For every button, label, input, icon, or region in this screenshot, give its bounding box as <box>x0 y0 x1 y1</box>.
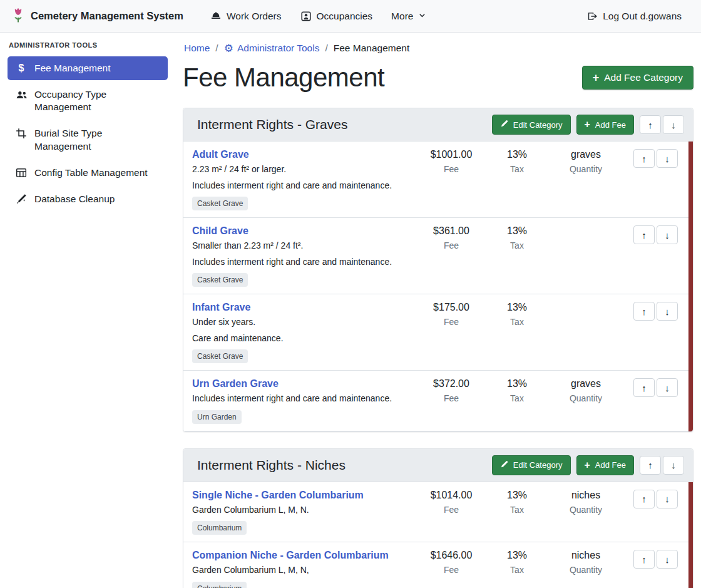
fee-name-link[interactable]: Child Grave <box>192 225 248 237</box>
plus-icon: + <box>585 460 590 470</box>
sidebar-item-config-table-management[interactable]: Config Table Management <box>8 161 168 185</box>
sidebar-item-occupancy-type-management[interactable]: Occupancy Type Management <box>8 83 168 119</box>
move-category-up-button[interactable]: ↑ <box>640 456 661 475</box>
fee-description: Garden Columbarium L, M, N, <box>192 565 412 576</box>
move-category-down-button[interactable]: ↓ <box>663 115 684 134</box>
dollar-icon: $ <box>15 63 28 74</box>
move-fee-down-button[interactable]: ↓ <box>657 149 678 168</box>
fee-tax-label: Tax <box>486 317 548 327</box>
fee-type-badge: Urn Garden <box>192 410 242 424</box>
fee-quantity-col: graves Quantity <box>548 149 623 174</box>
arrow-down-icon: ↓ <box>665 153 670 164</box>
fee-description: Care and maintenance. <box>192 333 412 344</box>
card-scrollbar[interactable] <box>688 142 693 431</box>
sidebar-item-fee-management[interactable]: $ Fee Management <box>8 56 168 80</box>
arrow-down-icon: ↓ <box>665 554 670 565</box>
move-fee-up-button[interactable]: ↑ <box>633 302 655 321</box>
fee-amount: $1001.00 <box>417 149 486 160</box>
fee-tax-col: 13% Tax <box>486 378 548 403</box>
magic-wand-icon <box>15 193 28 205</box>
nav-occupancies-label: Occupancies <box>317 11 373 22</box>
fee-tax: 13% <box>486 225 548 237</box>
arrow-up-icon: ↑ <box>642 306 647 317</box>
nav-work-orders-label: Work Orders <box>227 11 282 22</box>
table-icon <box>15 167 28 178</box>
move-category-up-button[interactable]: ↑ <box>640 115 661 134</box>
move-fee-down-button[interactable]: ↓ <box>657 378 678 397</box>
fee-tax-col: 13% Tax <box>486 225 548 250</box>
breadcrumb-home[interactable]: Home <box>184 43 210 54</box>
nav-logout[interactable]: Log Out d.gowans <box>578 6 690 27</box>
move-fee-up-button[interactable]: ↑ <box>633 550 655 569</box>
fee-amount: $372.00 <box>417 378 486 389</box>
arrow-up-icon: ↑ <box>642 554 647 565</box>
add-fee-category-button[interactable]: + Add Fee Category <box>582 66 693 90</box>
move-fee-down-button[interactable]: ↓ <box>657 302 678 321</box>
fee-name-link[interactable]: Companion Niche - Garden Columbarium <box>192 550 389 561</box>
logout-icon <box>586 11 598 22</box>
move-fee-up-button[interactable]: ↑ <box>633 490 655 508</box>
add-fee-button[interactable]: + Add Fee <box>576 455 635 475</box>
fee-amount: $175.00 <box>417 302 486 313</box>
pencil-icon <box>500 460 508 470</box>
sidebar-item-burial-site-type-management[interactable]: Burial Site Type Management <box>8 121 168 158</box>
fee-quantity-label: Quantity <box>548 164 623 174</box>
move-fee-down-button[interactable]: ↓ <box>657 225 678 244</box>
move-fee-up-button[interactable]: ↑ <box>633 378 655 397</box>
edit-category-button[interactable]: Edit Category <box>492 115 571 135</box>
fee-name-link[interactable]: Urn Garden Grave <box>192 378 279 389</box>
fee-name-link[interactable]: Adult Grave <box>192 149 249 160</box>
add-fee-button[interactable]: + Add Fee <box>576 115 635 135</box>
fee-quantity: niches <box>548 550 623 561</box>
fee-type-badge: Casket Grave <box>192 273 248 287</box>
fee-row: Child Grave Smaller than 2.23 m² / 24 ft… <box>183 218 693 294</box>
crop-frame-icon <box>15 128 28 139</box>
sidebar-item-label: Occupancy Type Management <box>34 88 157 113</box>
gear-icon: ⚙ <box>224 43 233 54</box>
fee-amount: $361.00 <box>417 225 486 237</box>
arrow-up-icon: ↑ <box>642 230 647 240</box>
card-scrollbar[interactable] <box>688 482 693 588</box>
fee-name-link[interactable]: Infant Grave <box>192 302 250 313</box>
add-fee-category-label: Add Fee Category <box>604 72 683 83</box>
move-fee-up-button[interactable]: ↑ <box>633 225 655 244</box>
fee-tax: 13% <box>486 378 548 389</box>
edit-category-label: Edit Category <box>513 120 563 130</box>
add-fee-label: Add Fee <box>595 460 626 470</box>
nav-work-orders[interactable]: Work Orders <box>202 6 290 27</box>
category-title: Interment Rights - Graves <box>197 117 492 132</box>
move-fee-up-button[interactable]: ↑ <box>633 149 655 168</box>
move-fee-down-button[interactable]: ↓ <box>657 490 678 508</box>
app-title: Cemetery Management System <box>31 10 183 22</box>
breadcrumb-admin-tools[interactable]: ⚙ Administrator Tools <box>224 43 320 54</box>
fee-quantity-label: Quantity <box>548 505 623 515</box>
fee-row: Infant Grave Under six years. Care and m… <box>183 294 693 371</box>
category-card-niches: Interment Rights - Niches Edit Category … <box>183 448 693 588</box>
fee-tax: 13% <box>486 302 548 313</box>
edit-category-button[interactable]: Edit Category <box>492 455 571 475</box>
arrow-up-icon: ↑ <box>642 493 647 504</box>
arrow-up-icon: ↑ <box>642 383 647 393</box>
arrow-down-icon: ↓ <box>671 460 676 470</box>
fee-type-badge: Columbarium <box>192 521 247 535</box>
fee-quantity-col: graves Quantity <box>548 378 623 403</box>
move-fee-down-button[interactable]: ↓ <box>657 550 678 569</box>
fee-tax: 13% <box>486 490 548 501</box>
fee-name-link[interactable]: Single Niche - Garden Columbarium <box>192 490 364 501</box>
nav-occupancies[interactable]: Occupancies <box>292 6 381 27</box>
fee-tax-col: 13% Tax <box>486 490 548 515</box>
fee-description: Garden Columbarium L, M, N. <box>192 505 412 516</box>
breadcrumb: Home / ⚙ Administrator Tools / Fee Manag… <box>184 43 693 54</box>
person-badge-icon <box>300 11 312 22</box>
nav-more[interactable]: More <box>383 6 434 27</box>
fee-tax-label: Tax <box>486 565 548 575</box>
sidebar-item-database-cleanup[interactable]: Database Cleanup <box>8 187 168 211</box>
sidebar-item-label: Fee Management <box>34 62 111 75</box>
app-brand[interactable]: Cemetery Management System <box>11 6 183 26</box>
move-category-down-button[interactable]: ↓ <box>663 456 684 475</box>
pencil-icon <box>500 120 508 130</box>
fee-quantity-col <box>548 225 623 230</box>
fee-amount-col: $372.00 Fee <box>417 378 486 403</box>
fee-description: Includes interment right and care and ma… <box>192 180 412 192</box>
arrow-down-icon: ↓ <box>665 493 670 504</box>
